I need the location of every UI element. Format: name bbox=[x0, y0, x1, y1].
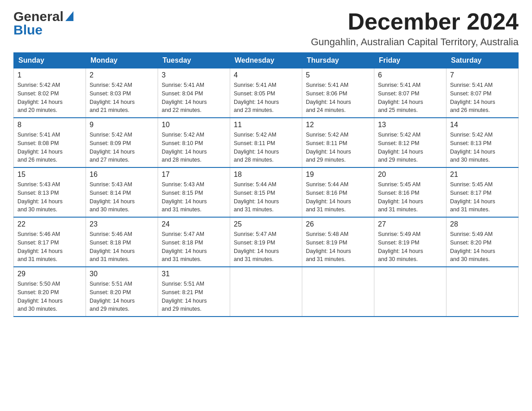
day-number: 26 bbox=[306, 220, 370, 228]
location-title: Gungahlin, Australian Capital Territory,… bbox=[311, 36, 519, 48]
calendar-cell: 8 Sunrise: 5:41 AM Sunset: 8:08 PM Dayli… bbox=[14, 118, 86, 167]
calendar-week-row: 29 Sunrise: 5:50 AM Sunset: 8:20 PM Dayl… bbox=[14, 267, 519, 317]
day-info: Sunrise: 5:51 AM Sunset: 8:21 PM Dayligh… bbox=[162, 280, 226, 313]
calendar-header-row: SundayMondayTuesdayWednesdayThursdayFrid… bbox=[14, 53, 519, 68]
day-number: 12 bbox=[306, 121, 370, 129]
calendar-cell: 27 Sunrise: 5:49 AM Sunset: 8:19 PM Dayl… bbox=[374, 217, 446, 267]
calendar-cell bbox=[374, 267, 446, 317]
day-number: 10 bbox=[162, 121, 226, 129]
month-title: December 2024 bbox=[311, 9, 519, 34]
day-number: 1 bbox=[17, 71, 82, 79]
day-info: Sunrise: 5:41 AM Sunset: 8:04 PM Dayligh… bbox=[162, 81, 226, 115]
day-number: 9 bbox=[90, 121, 154, 129]
calendar-cell: 4 Sunrise: 5:41 AM Sunset: 8:05 PM Dayli… bbox=[230, 68, 302, 118]
calendar-table: SundayMondayTuesdayWednesdayThursdayFrid… bbox=[13, 52, 519, 317]
calendar-cell: 20 Sunrise: 5:45 AM Sunset: 8:16 PM Dayl… bbox=[374, 167, 446, 217]
calendar-cell: 23 Sunrise: 5:46 AM Sunset: 8:18 PM Dayl… bbox=[86, 217, 158, 267]
logo-general-text: General bbox=[13, 9, 64, 24]
day-number: 2 bbox=[90, 71, 154, 79]
calendar-cell: 13 Sunrise: 5:42 AM Sunset: 8:12 PM Dayl… bbox=[374, 118, 446, 167]
day-number: 16 bbox=[90, 171, 154, 179]
day-info: Sunrise: 5:42 AM Sunset: 8:09 PM Dayligh… bbox=[90, 131, 154, 164]
day-info: Sunrise: 5:43 AM Sunset: 8:15 PM Dayligh… bbox=[162, 180, 226, 214]
calendar-cell: 1 Sunrise: 5:42 AM Sunset: 8:02 PM Dayli… bbox=[14, 68, 86, 118]
day-info: Sunrise: 5:41 AM Sunset: 8:07 PM Dayligh… bbox=[450, 81, 515, 115]
calendar-cell: 7 Sunrise: 5:41 AM Sunset: 8:07 PM Dayli… bbox=[446, 68, 519, 118]
calendar-cell: 29 Sunrise: 5:50 AM Sunset: 8:20 PM Dayl… bbox=[14, 267, 86, 317]
day-number: 22 bbox=[17, 220, 82, 228]
calendar-week-row: 1 Sunrise: 5:42 AM Sunset: 8:02 PM Dayli… bbox=[14, 68, 519, 118]
header-tuesday: Tuesday bbox=[158, 53, 230, 68]
day-info: Sunrise: 5:41 AM Sunset: 8:05 PM Dayligh… bbox=[234, 81, 298, 115]
day-number: 11 bbox=[234, 121, 298, 129]
calendar-cell: 25 Sunrise: 5:47 AM Sunset: 8:19 PM Dayl… bbox=[230, 217, 302, 267]
svg-marker-0 bbox=[65, 11, 73, 21]
calendar-cell: 11 Sunrise: 5:42 AM Sunset: 8:11 PM Dayl… bbox=[230, 118, 302, 167]
calendar-cell: 24 Sunrise: 5:47 AM Sunset: 8:18 PM Dayl… bbox=[158, 217, 230, 267]
day-info: Sunrise: 5:41 AM Sunset: 8:06 PM Dayligh… bbox=[306, 81, 370, 115]
day-info: Sunrise: 5:42 AM Sunset: 8:02 PM Dayligh… bbox=[17, 81, 82, 115]
calendar-week-row: 8 Sunrise: 5:41 AM Sunset: 8:08 PM Dayli… bbox=[14, 118, 519, 167]
day-info: Sunrise: 5:42 AM Sunset: 8:11 PM Dayligh… bbox=[306, 131, 370, 164]
day-number: 28 bbox=[450, 220, 515, 228]
day-number: 5 bbox=[306, 71, 370, 79]
calendar-cell: 30 Sunrise: 5:51 AM Sunset: 8:20 PM Dayl… bbox=[86, 267, 158, 317]
header-monday: Monday bbox=[86, 53, 158, 68]
day-number: 29 bbox=[17, 270, 82, 278]
header-wednesday: Wednesday bbox=[230, 53, 302, 68]
day-info: Sunrise: 5:45 AM Sunset: 8:16 PM Dayligh… bbox=[378, 180, 442, 214]
calendar-cell: 9 Sunrise: 5:42 AM Sunset: 8:09 PM Dayli… bbox=[86, 118, 158, 167]
calendar-cell: 19 Sunrise: 5:44 AM Sunset: 8:16 PM Dayl… bbox=[302, 167, 374, 217]
calendar-cell bbox=[230, 267, 302, 317]
header: General Blue December 2024 Gungahlin, Au… bbox=[13, 9, 519, 48]
day-info: Sunrise: 5:43 AM Sunset: 8:13 PM Dayligh… bbox=[17, 180, 82, 214]
calendar-cell: 6 Sunrise: 5:41 AM Sunset: 8:07 PM Dayli… bbox=[374, 68, 446, 118]
calendar-week-row: 22 Sunrise: 5:46 AM Sunset: 8:17 PM Dayl… bbox=[14, 217, 519, 267]
day-info: Sunrise: 5:49 AM Sunset: 8:20 PM Dayligh… bbox=[450, 230, 515, 264]
calendar-cell: 26 Sunrise: 5:48 AM Sunset: 8:19 PM Dayl… bbox=[302, 217, 374, 267]
day-number: 13 bbox=[378, 121, 442, 129]
day-info: Sunrise: 5:42 AM Sunset: 8:03 PM Dayligh… bbox=[90, 81, 154, 115]
logo: General Blue bbox=[13, 9, 73, 38]
day-number: 6 bbox=[378, 71, 442, 79]
day-info: Sunrise: 5:43 AM Sunset: 8:14 PM Dayligh… bbox=[90, 180, 154, 214]
day-number: 31 bbox=[162, 270, 226, 278]
day-number: 3 bbox=[162, 71, 226, 79]
day-number: 27 bbox=[378, 220, 442, 228]
day-info: Sunrise: 5:46 AM Sunset: 8:17 PM Dayligh… bbox=[17, 230, 82, 264]
calendar-cell: 10 Sunrise: 5:42 AM Sunset: 8:10 PM Dayl… bbox=[158, 118, 230, 167]
calendar-cell: 17 Sunrise: 5:43 AM Sunset: 8:15 PM Dayl… bbox=[158, 167, 230, 217]
day-number: 4 bbox=[234, 71, 298, 79]
day-info: Sunrise: 5:42 AM Sunset: 8:10 PM Dayligh… bbox=[162, 131, 226, 164]
day-info: Sunrise: 5:46 AM Sunset: 8:18 PM Dayligh… bbox=[90, 230, 154, 264]
logo-arrow-icon bbox=[65, 11, 73, 23]
day-info: Sunrise: 5:44 AM Sunset: 8:16 PM Dayligh… bbox=[306, 180, 370, 214]
day-number: 17 bbox=[162, 171, 226, 179]
calendar-cell: 31 Sunrise: 5:51 AM Sunset: 8:21 PM Dayl… bbox=[158, 267, 230, 317]
day-number: 19 bbox=[306, 171, 370, 179]
day-info: Sunrise: 5:45 AM Sunset: 8:17 PM Dayligh… bbox=[450, 180, 515, 214]
day-info: Sunrise: 5:48 AM Sunset: 8:19 PM Dayligh… bbox=[306, 230, 370, 264]
day-info: Sunrise: 5:41 AM Sunset: 8:07 PM Dayligh… bbox=[378, 81, 442, 115]
title-area: December 2024 Gungahlin, Australian Capi… bbox=[311, 9, 519, 48]
day-info: Sunrise: 5:47 AM Sunset: 8:19 PM Dayligh… bbox=[234, 230, 298, 264]
day-number: 20 bbox=[378, 171, 442, 179]
calendar-cell: 14 Sunrise: 5:42 AM Sunset: 8:13 PM Dayl… bbox=[446, 118, 519, 167]
header-saturday: Saturday bbox=[446, 53, 519, 68]
calendar-cell: 21 Sunrise: 5:45 AM Sunset: 8:17 PM Dayl… bbox=[446, 167, 519, 217]
calendar-cell: 5 Sunrise: 5:41 AM Sunset: 8:06 PM Dayli… bbox=[302, 68, 374, 118]
calendar-cell: 15 Sunrise: 5:43 AM Sunset: 8:13 PM Dayl… bbox=[14, 167, 86, 217]
calendar-cell bbox=[302, 267, 374, 317]
calendar-cell: 18 Sunrise: 5:44 AM Sunset: 8:15 PM Dayl… bbox=[230, 167, 302, 217]
day-info: Sunrise: 5:49 AM Sunset: 8:19 PM Dayligh… bbox=[378, 230, 442, 264]
day-info: Sunrise: 5:42 AM Sunset: 8:13 PM Dayligh… bbox=[450, 131, 515, 164]
calendar-cell: 2 Sunrise: 5:42 AM Sunset: 8:03 PM Dayli… bbox=[86, 68, 158, 118]
day-number: 23 bbox=[90, 220, 154, 228]
calendar-cell: 3 Sunrise: 5:41 AM Sunset: 8:04 PM Dayli… bbox=[158, 68, 230, 118]
day-number: 15 bbox=[17, 171, 82, 179]
day-info: Sunrise: 5:44 AM Sunset: 8:15 PM Dayligh… bbox=[234, 180, 298, 214]
day-info: Sunrise: 5:42 AM Sunset: 8:11 PM Dayligh… bbox=[234, 131, 298, 164]
day-info: Sunrise: 5:41 AM Sunset: 8:08 PM Dayligh… bbox=[17, 131, 82, 164]
day-number: 24 bbox=[162, 220, 226, 228]
day-number: 25 bbox=[234, 220, 298, 228]
